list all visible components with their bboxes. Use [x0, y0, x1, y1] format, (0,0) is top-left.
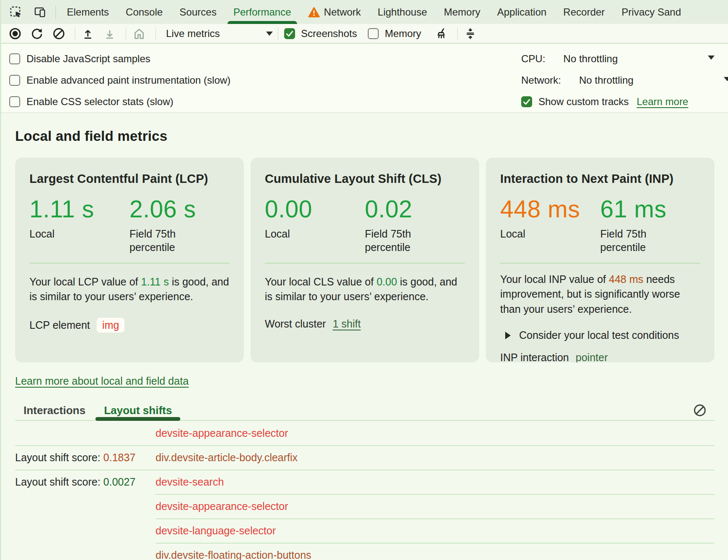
cpu-throttling-row[interactable]: CPU: No throttling	[521, 48, 728, 69]
lcp-description: Your local LCP value of 1.11 s is good, …	[29, 275, 229, 304]
score-label: Layout shift score:	[15, 452, 103, 463]
cls-local-value: 0.00	[265, 197, 365, 222]
inspect-element-icon[interactable]	[9, 5, 23, 19]
cls-field-value: 0.02	[365, 197, 465, 222]
lcp-card: Largest Contentful Paint (LCP) 1.11 s Lo…	[15, 158, 244, 362]
disable-js-samples-label: Disable JavaScript samples	[26, 53, 150, 65]
tab-elements[interactable]: Elements	[58, 0, 117, 24]
memory-checkbox-row[interactable]: Memory	[368, 28, 421, 40]
disable-js-samples-checkbox[interactable]	[9, 53, 20, 64]
metrics-heading: Local and field metrics	[15, 128, 715, 144]
lcp-field-label: Field 75th percentile	[129, 227, 197, 254]
record-icon[interactable]	[8, 27, 22, 40]
mode-select-value: Live metrics	[166, 28, 220, 40]
worst-cluster-link[interactable]: 1 shift	[332, 318, 361, 330]
advanced-paint-checkbox[interactable]	[9, 75, 20, 86]
cls-card-title: Cumulative Layout Shift (CLS)	[265, 172, 465, 186]
advanced-paint-label: Enable advanced paint instrumentation (s…	[26, 74, 231, 86]
inp-interaction-link[interactable]: pointer	[576, 351, 608, 362]
tab-lighthouse[interactable]: Lighthouse	[369, 0, 435, 24]
layout-shift-row: devsite-language-selector	[15, 518, 715, 543]
network-label: Network:	[521, 74, 561, 86]
tab-layout-shifts[interactable]: Layout shifts	[95, 401, 180, 420]
network-throttling-value: No throttling	[579, 74, 633, 86]
cpu-throttling-value: No throttling	[563, 53, 617, 65]
layout-shift-row: div.devsite-floating-action-buttons	[15, 543, 715, 560]
inp-card-title: Interaction to Next Paint (INP)	[500, 172, 700, 186]
memory-checkbox[interactable]	[368, 28, 379, 39]
layout-shift-row: Layout shift score: 0.1837 div.devsite-a…	[15, 445, 715, 470]
cls-inline-value: 0.00	[377, 276, 397, 288]
divider	[55, 5, 56, 19]
divider	[29, 263, 229, 264]
custom-tracks-learn-more-link[interactable]: Learn more	[637, 96, 688, 108]
layout-shift-row: Layout shift score: 0.0027 devsite-searc…	[15, 470, 715, 494]
garbage-collect-icon[interactable]	[435, 27, 448, 40]
lcp-field-value: 2.06 s	[129, 197, 229, 222]
inp-inline-value: 448 ms	[609, 273, 644, 285]
inp-local-value: 448 ms	[500, 197, 600, 222]
tab-performance[interactable]: Performance	[225, 0, 299, 24]
performance-toolbar: Live metrics Screenshots Memory	[0, 24, 728, 44]
chevron-down-icon	[708, 55, 715, 60]
divider	[126, 27, 126, 40]
screenshots-checkbox[interactable]	[284, 28, 295, 39]
layout-shift-log: devsite-appearance-selector Layout shift…	[15, 421, 715, 560]
tab-network[interactable]: Network	[300, 0, 369, 24]
css-selector-stats-checkbox[interactable]	[9, 96, 20, 107]
devtools-tab-strip: Elements Console Sources Performance Net…	[0, 0, 728, 24]
tab-application[interactable]: Application	[489, 0, 555, 24]
tab-memory[interactable]: Memory	[435, 0, 489, 24]
show-custom-tracks-label: Show custom tracks	[538, 96, 629, 108]
device-toolbar-icon[interactable]	[34, 5, 47, 19]
shift-element-link[interactable]: div.devsite-floating-action-buttons	[156, 549, 311, 560]
warning-icon	[308, 7, 320, 18]
reload-record-icon[interactable]	[30, 27, 44, 40]
lcp-element-node-badge[interactable]: img	[97, 318, 124, 333]
inp-card: Interaction to Next Paint (INP) 448 ms L…	[486, 158, 715, 362]
cls-description: Your local CLS value of 0.00 is good, an…	[265, 275, 465, 304]
tab-sources[interactable]: Sources	[171, 0, 225, 24]
lcp-inline-value: 1.11 s	[141, 276, 169, 288]
home-icon	[132, 26, 146, 41]
clear-icon[interactable]	[52, 27, 66, 40]
tab-recorder[interactable]: Recorder	[555, 0, 613, 24]
shift-element-link[interactable]: devsite-search	[156, 476, 224, 488]
shift-element-link[interactable]: devsite-appearance-selector	[156, 500, 288, 512]
layout-shift-row: devsite-appearance-selector	[15, 494, 715, 518]
capture-options: Disable JavaScript samples Enable advanc…	[0, 44, 728, 112]
live-metrics-view: Local and field metrics Largest Contentf…	[0, 112, 728, 560]
network-throttling-row[interactable]: Network: No throttling	[521, 69, 728, 91]
score-value: 0.0027	[103, 476, 135, 488]
score-label: Layout shift score:	[15, 476, 103, 488]
score-value: 0.1837	[103, 452, 135, 463]
upload-profile-icon[interactable]	[81, 27, 95, 40]
inp-local-label: Local	[500, 227, 600, 241]
local-test-conditions-disclosure[interactable]: Consider your local test conditions	[500, 329, 700, 341]
clear-log-icon[interactable]	[693, 403, 707, 417]
tab-interactions[interactable]: Interactions	[15, 401, 94, 420]
shift-element-link[interactable]: devsite-language-selector	[156, 525, 276, 537]
collapse-sections-icon[interactable]	[464, 27, 477, 40]
learn-more-field-data-link[interactable]: Learn more about local and field data	[15, 375, 189, 387]
screenshots-checkbox-row[interactable]: Screenshots	[284, 28, 357, 40]
inp-description: Your local INP value of 448 ms needs imp…	[500, 272, 700, 317]
tab-console[interactable]: Console	[117, 0, 171, 24]
download-profile-icon	[103, 27, 116, 40]
panel-mode-select[interactable]: Live metrics	[166, 28, 273, 40]
chevron-down-icon	[266, 32, 273, 36]
inp-interaction-label: INP interaction	[500, 351, 569, 362]
cls-local-label: Local	[265, 227, 365, 241]
shift-element-link[interactable]: devsite-appearance-selector	[156, 427, 288, 439]
tab-privacy-sandbox[interactable]: Privacy Sand	[613, 0, 689, 24]
divider	[265, 263, 465, 264]
show-custom-tracks-row[interactable]: Show custom tracks Learn more	[521, 91, 728, 112]
shift-element-link[interactable]: div.devsite-article-body.clearfix	[156, 452, 298, 464]
local-test-conditions-label: Consider your local test conditions	[519, 329, 679, 341]
layout-shift-row: devsite-appearance-selector	[15, 421, 715, 445]
chevron-down-icon	[724, 77, 728, 81]
cpu-label: CPU:	[521, 53, 545, 65]
cls-card: Cumulative Layout Shift (CLS) 0.00 Local…	[251, 158, 479, 362]
inp-field-label: Field 75th percentile	[600, 227, 667, 254]
show-custom-tracks-checkbox[interactable]	[521, 96, 532, 107]
